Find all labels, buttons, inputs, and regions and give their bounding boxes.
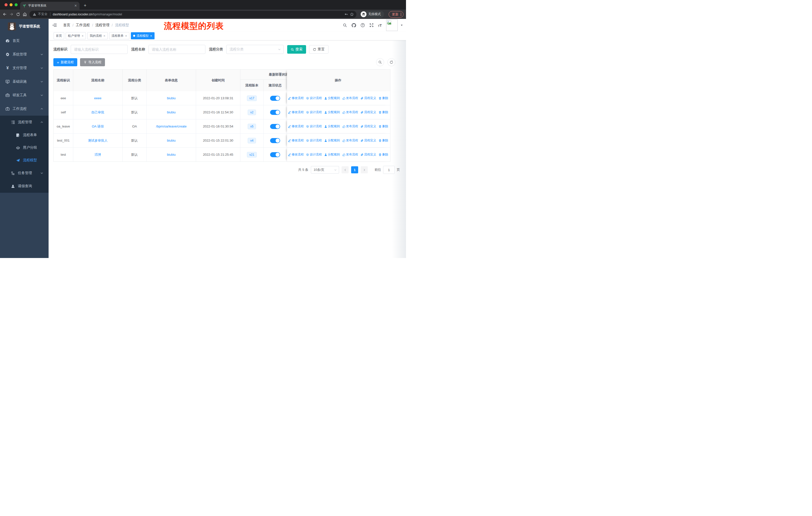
process-definition-link[interactable]: 流程定义 bbox=[360, 96, 376, 100]
tag-close-icon[interactable]: ✕ bbox=[103, 34, 105, 37]
delete-link[interactable]: 删除 bbox=[379, 138, 388, 143]
sidebar-item-process-form[interactable]: 流程表单 bbox=[0, 129, 49, 141]
edit-process-link[interactable]: 修改流程 bbox=[288, 153, 304, 157]
bookmark-star-icon[interactable] bbox=[350, 12, 354, 17]
search-button[interactable]: 搜索 bbox=[287, 45, 306, 54]
model-name-link[interactable]: 测试多审批人 bbox=[88, 138, 108, 143]
active-toggle[interactable] bbox=[270, 152, 280, 157]
sidebar-item-process-mgmt[interactable]: 流程管理 bbox=[0, 116, 49, 129]
publish-process-link[interactable]: 发布流程 bbox=[342, 110, 358, 114]
tag-close-icon[interactable]: ✕ bbox=[125, 34, 127, 37]
tag-process-model[interactable]: 流程模型✕ bbox=[131, 32, 154, 39]
reload-icon[interactable] bbox=[16, 12, 20, 17]
goto-page-input[interactable] bbox=[383, 166, 395, 174]
process-definition-link[interactable]: 流程定义 bbox=[360, 153, 376, 157]
window-zoom-button[interactable] bbox=[14, 3, 18, 6]
sidebar-item-devtools[interactable]: 研发工具 bbox=[0, 88, 49, 102]
assign-rule-link[interactable]: 分配规则 bbox=[324, 124, 340, 129]
model-name-link[interactable]: 滔博 bbox=[95, 153, 101, 157]
github-icon[interactable] bbox=[351, 23, 356, 28]
delete-link[interactable]: 删除 bbox=[379, 153, 388, 157]
design-process-link[interactable]: 设计流程 bbox=[306, 153, 322, 157]
assign-rule-link[interactable]: 分配规则 bbox=[324, 110, 340, 114]
sidebar-item-pay[interactable]: ¥ 支付管理 bbox=[0, 61, 49, 75]
fullscreen-icon[interactable] bbox=[369, 23, 374, 27]
sidebar-item-task-mgmt[interactable]: 任务管理 bbox=[0, 166, 49, 180]
security-warning-icon[interactable] bbox=[33, 12, 36, 16]
refresh-table-button[interactable] bbox=[387, 58, 396, 66]
avatar[interactable] bbox=[386, 19, 398, 31]
model-name-link[interactable]: eeee bbox=[94, 96, 102, 100]
sidebar-item-user-group[interactable]: 用户分组 bbox=[0, 141, 49, 154]
sidebar-item-infra[interactable]: 基础设施 bbox=[0, 75, 49, 88]
update-button[interactable]: 更新 bbox=[388, 11, 404, 18]
delete-link[interactable]: 删除 bbox=[379, 124, 388, 129]
avatar-caret-icon[interactable] bbox=[401, 24, 403, 26]
assign-rule-link[interactable]: 分配规则 bbox=[324, 96, 340, 100]
reset-button[interactable]: 重置 bbox=[309, 45, 328, 54]
window-minimize-button[interactable] bbox=[9, 3, 12, 6]
breadcrumb-process-mgmt[interactable]: 流程管理 bbox=[95, 23, 110, 27]
process-key-input[interactable] bbox=[71, 45, 127, 54]
publish-process-link[interactable]: 发布流程 bbox=[342, 153, 358, 157]
window-close-button[interactable] bbox=[4, 3, 7, 6]
new-tab-button[interactable]: + bbox=[82, 2, 89, 9]
active-toggle[interactable] bbox=[270, 110, 280, 115]
assign-rule-link[interactable]: 分配规则 bbox=[324, 153, 340, 157]
form-info-link[interactable]: biubiu bbox=[167, 153, 176, 157]
breadcrumb-home[interactable]: 首页 bbox=[63, 23, 70, 27]
font-size-icon[interactable]: TT bbox=[378, 23, 382, 27]
edit-process-link[interactable]: 修改流程 bbox=[288, 96, 304, 100]
next-page-button[interactable] bbox=[361, 166, 368, 173]
help-icon[interactable] bbox=[360, 23, 365, 27]
back-icon[interactable] bbox=[2, 12, 7, 17]
browser-tab[interactable]: 芋道管理系统 ✕ bbox=[20, 2, 80, 9]
url-bar[interactable]: 不安全 dashboard.yudao.iocoder.cn/bpm/manag… bbox=[29, 11, 356, 18]
sidebar-item-workflow[interactable]: 工作流程 bbox=[0, 102, 49, 116]
breadcrumb-workflow[interactable]: 工作流程 bbox=[76, 23, 90, 27]
sidebar-item-system[interactable]: 系统管理 bbox=[0, 48, 49, 61]
process-name-input[interactable] bbox=[148, 45, 205, 54]
create-process-button[interactable]: + 新建流程 bbox=[53, 58, 77, 66]
edit-process-link[interactable]: 修改流程 bbox=[288, 110, 304, 114]
publish-process-link[interactable]: 发布流程 bbox=[342, 124, 358, 129]
model-name-link[interactable]: 自己审批 bbox=[91, 110, 105, 115]
edit-process-link[interactable]: 修改流程 bbox=[288, 138, 304, 143]
design-process-link[interactable]: 设计流程 bbox=[306, 124, 322, 129]
process-definition-link[interactable]: 流程定义 bbox=[360, 110, 376, 114]
design-process-link[interactable]: 设计流程 bbox=[306, 110, 322, 114]
tag-my-process[interactable]: 我的流程✕ bbox=[87, 32, 108, 39]
sidebar-item-leave-query[interactable]: 请假查询 bbox=[0, 180, 49, 193]
import-process-button[interactable]: 导入流程 bbox=[80, 58, 105, 66]
prev-page-button[interactable] bbox=[342, 166, 349, 173]
tag-process-form[interactable]: 流程表单✕ bbox=[109, 32, 129, 39]
sidebar-item-home[interactable]: 首页 bbox=[0, 34, 49, 48]
tag-close-icon[interactable]: ✕ bbox=[82, 34, 84, 37]
form-info-link[interactable]: /bpm/oa/leave/create bbox=[156, 125, 186, 128]
tag-home[interactable]: 首页 bbox=[54, 32, 64, 39]
form-info-link[interactable]: biubiu bbox=[167, 110, 176, 114]
design-process-link[interactable]: 设计流程 bbox=[306, 138, 322, 143]
form-info-link[interactable]: biubiu bbox=[167, 96, 176, 100]
forward-icon[interactable] bbox=[9, 12, 13, 17]
publish-process-link[interactable]: 发布流程 bbox=[342, 96, 358, 100]
tag-close-icon[interactable]: ✕ bbox=[150, 34, 152, 37]
active-toggle[interactable] bbox=[270, 138, 280, 143]
delete-link[interactable]: 删除 bbox=[379, 110, 388, 114]
publish-process-link[interactable]: 发布流程 bbox=[342, 138, 358, 143]
page-number-button[interactable]: 1 bbox=[351, 166, 358, 173]
header-search-icon[interactable] bbox=[343, 23, 347, 27]
active-toggle[interactable] bbox=[270, 96, 280, 101]
sidebar-fold-icon[interactable] bbox=[52, 23, 57, 27]
model-name-link[interactable]: OA 请假 bbox=[92, 124, 104, 129]
password-key-icon[interactable] bbox=[344, 12, 348, 16]
category-select[interactable]: 流程分类 bbox=[226, 45, 284, 54]
tag-tenant[interactable]: 租户管理✕ bbox=[66, 32, 86, 39]
home-icon[interactable] bbox=[23, 12, 27, 17]
edit-process-link[interactable]: 修改流程 bbox=[288, 124, 304, 129]
process-definition-link[interactable]: 流程定义 bbox=[360, 124, 376, 129]
page-size-select[interactable]: 10条/页 bbox=[311, 166, 339, 173]
design-process-link[interactable]: 设计流程 bbox=[306, 96, 322, 100]
tab-close-icon[interactable]: ✕ bbox=[74, 4, 77, 7]
assign-rule-link[interactable]: 分配规则 bbox=[324, 138, 340, 143]
